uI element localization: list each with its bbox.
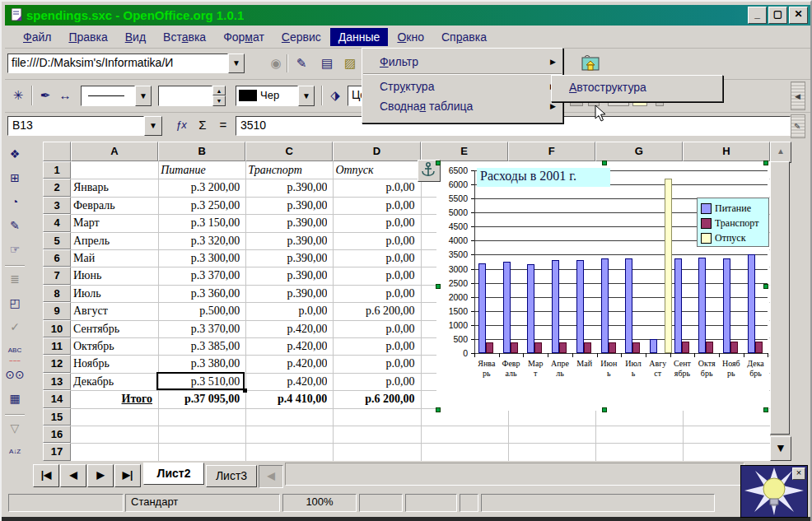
row-header-12[interactable]: 12 bbox=[43, 355, 71, 372]
cell-reference-arrow[interactable]: ▼ bbox=[144, 116, 162, 136]
bar-Транспорт[interactable] bbox=[682, 342, 689, 353]
row-header-6[interactable]: 6 bbox=[43, 249, 71, 267]
bar-Транспорт[interactable] bbox=[559, 342, 567, 353]
bar-Транспорт[interactable] bbox=[730, 342, 738, 353]
row-header-13[interactable]: 13 bbox=[43, 373, 71, 390]
first-sheet-button[interactable]: |◀ bbox=[33, 464, 59, 487]
bar-Питание[interactable] bbox=[698, 258, 706, 353]
bar-Питание[interactable] bbox=[552, 260, 559, 353]
vacation-cell[interactable]: р.0,00 bbox=[335, 214, 414, 231]
row-header-9[interactable]: 9 bbox=[43, 302, 71, 319]
maximize-button[interactable]: ▢ bbox=[768, 7, 787, 24]
total-value-cell[interactable]: р.6 200,00 bbox=[335, 390, 414, 407]
bar-Питание[interactable] bbox=[601, 258, 609, 353]
row-header-16[interactable]: 16 bbox=[43, 426, 71, 443]
column-header-C[interactable]: C bbox=[245, 142, 333, 161]
total-label-cell[interactable]: Итого bbox=[73, 390, 152, 407]
bar-Питание[interactable] bbox=[478, 263, 486, 353]
chart-handle[interactable] bbox=[763, 160, 768, 165]
toolbar-overflow-arrow-icon[interactable]: ◀ bbox=[795, 92, 800, 100]
line-width-down-arrow[interactable]: ▼ bbox=[212, 95, 226, 106]
scrollbar-thumb[interactable] bbox=[770, 161, 790, 435]
arrow-ends-icon[interactable]: ↔ bbox=[56, 88, 74, 102]
row-header-1[interactable]: 1 bbox=[43, 161, 71, 179]
month-cell[interactable]: Июнь bbox=[73, 267, 152, 284]
row-header-8[interactable]: 8 bbox=[43, 285, 71, 302]
bar-Питание[interactable] bbox=[650, 339, 657, 353]
new-document-icon[interactable]: ▤ bbox=[318, 56, 336, 71]
food-cell[interactable]: р.3 250,00 bbox=[161, 197, 240, 214]
url-dropdown-arrow[interactable]: ▼ bbox=[228, 53, 245, 73]
data-menu-item-Сводная таблица[interactable]: Сводная таблица▶ bbox=[362, 96, 562, 116]
transport-cell[interactable]: р.420,00 bbox=[248, 373, 327, 390]
month-cell[interactable]: Декабрь bbox=[73, 373, 152, 390]
bar-Питание[interactable] bbox=[723, 258, 730, 353]
open-folder-icon[interactable]: ▨ bbox=[341, 56, 359, 71]
transport-cell[interactable]: р.390,00 bbox=[248, 197, 327, 214]
data-menu-item-Фильтр[interactable]: Фильтр▶ bbox=[362, 52, 562, 72]
transport-cell[interactable]: р.390,00 bbox=[248, 285, 327, 302]
insert-cells-icon[interactable]: ⊞ bbox=[4, 169, 26, 188]
vertical-scrollbar[interactable]: ▲ ▼ bbox=[770, 142, 790, 461]
row-header-2[interactable]: 2 bbox=[43, 179, 71, 196]
transport-cell[interactable]: р.420,00 bbox=[248, 355, 327, 372]
total-value-cell[interactable]: р.4 410,00 bbox=[248, 390, 327, 407]
column-header-H[interactable]: H bbox=[683, 142, 770, 161]
toolbar-overflow-strip[interactable]: ◀ bbox=[791, 81, 805, 110]
draw-functions-icon[interactable]: ✎ bbox=[4, 216, 26, 236]
bar-Транспорт[interactable] bbox=[584, 342, 591, 353]
month-cell[interactable]: Сентябрь bbox=[73, 320, 152, 337]
vacation-cell[interactable]: р.0,00 bbox=[335, 232, 414, 249]
menu-item-Данные[interactable]: Данные bbox=[330, 28, 389, 46]
close-button[interactable]: ✕ bbox=[789, 7, 808, 24]
transport-cell[interactable]: р.420,00 bbox=[248, 337, 327, 355]
menu-item-Вид[interactable]: Вид bbox=[117, 28, 154, 46]
line-style-arrow[interactable]: ▼ bbox=[135, 86, 152, 106]
vacation-cell[interactable]: р.6 200,00 bbox=[335, 302, 414, 319]
bar-Транспорт[interactable] bbox=[755, 342, 763, 353]
month-cell[interactable]: Ноябрь bbox=[73, 355, 152, 372]
bar-Питание[interactable] bbox=[527, 264, 534, 353]
col-title-cell[interactable]: Отпуск bbox=[335, 161, 414, 179]
month-cell[interactable]: Октябрь bbox=[73, 337, 152, 355]
insert-chart-icon[interactable]: ◔ bbox=[4, 193, 26, 212]
row-header-15[interactable]: 15 bbox=[43, 408, 71, 426]
column-header-F[interactable]: F bbox=[508, 142, 595, 161]
vacation-cell[interactable]: р.0,00 bbox=[335, 373, 414, 390]
bar-Транспорт[interactable] bbox=[534, 342, 542, 353]
bar-Питание[interactable] bbox=[503, 262, 511, 353]
submenu-item-Автоструктура[interactable]: Автоструктура bbox=[552, 76, 722, 99]
transport-cell[interactable]: р.390,00 bbox=[248, 214, 327, 231]
data-menu-item-Структура[interactable]: Структура▶ bbox=[362, 77, 562, 96]
line-width-input[interactable] bbox=[158, 86, 212, 106]
line-color-select[interactable]: Чер bbox=[236, 86, 298, 106]
prev-sheet-button[interactable]: ◀ bbox=[60, 464, 86, 487]
cell-reference-box[interactable]: B13 bbox=[7, 116, 144, 136]
line-color-arrow[interactable]: ▼ bbox=[298, 86, 315, 106]
sum-icon[interactable]: Σ bbox=[194, 118, 212, 132]
scroll-down-arrow[interactable]: ▼ bbox=[770, 436, 791, 461]
row-header-11[interactable]: 11 bbox=[43, 337, 71, 355]
pen-icon[interactable]: ✒ bbox=[36, 88, 54, 103]
food-cell[interactable]: р.3 300,00 bbox=[161, 249, 240, 267]
row-header-5[interactable]: 5 bbox=[43, 232, 71, 249]
bar-Транспорт[interactable] bbox=[511, 342, 518, 353]
column-header-A[interactable]: A bbox=[71, 142, 158, 161]
row-header-3[interactable]: 3 bbox=[43, 197, 71, 214]
scroll-up-arrow[interactable]: ▲ bbox=[770, 142, 791, 163]
chart-handle[interactable] bbox=[763, 407, 768, 412]
sort-ascending-icon[interactable]: A↓Z bbox=[4, 443, 26, 461]
datasource-icon[interactable]: ▦ bbox=[4, 389, 26, 409]
chart-object[interactable]: 0500100015002000250030003500400045005000… bbox=[436, 161, 769, 411]
edit-file-icon[interactable]: ✎ bbox=[292, 56, 310, 71]
food-cell[interactable]: р.3 385,00 bbox=[161, 337, 240, 355]
chart-handle[interactable] bbox=[602, 160, 607, 165]
total-value-cell[interactable]: р.37 095,00 bbox=[161, 390, 240, 407]
food-cell[interactable]: р.3 370,00 bbox=[161, 320, 240, 337]
autospellcheck-icon[interactable]: ABC~~~ bbox=[4, 342, 26, 361]
equals-icon[interactable]: = bbox=[214, 118, 232, 132]
month-cell[interactable]: Июль bbox=[73, 285, 152, 302]
bar-Транспорт[interactable] bbox=[632, 342, 640, 353]
help-agent-close-button[interactable]: × bbox=[792, 468, 805, 480]
bar-Транспорт[interactable] bbox=[706, 342, 713, 353]
